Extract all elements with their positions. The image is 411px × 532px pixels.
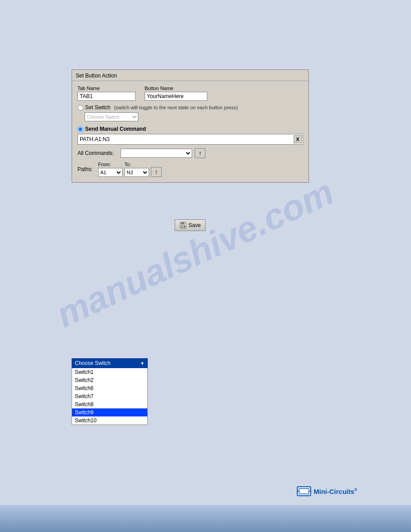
- logo-text: Mini-Circuits®: [314, 488, 357, 495]
- send-manual-label[interactable]: Send Manual Command: [85, 126, 146, 132]
- paths-arrow-icon: ↑: [155, 168, 158, 176]
- list-item[interactable]: Switch6: [72, 384, 147, 392]
- tab-name-group: Tab Name: [77, 86, 136, 101]
- logo-icon: [297, 486, 311, 496]
- tab-name-label: Tab Name: [77, 86, 136, 91]
- dialog-title: Set Button Action: [72, 70, 308, 81]
- from-label: From:: [98, 162, 123, 167]
- bottom-bar: [0, 505, 411, 532]
- dropdown-list: Switch1 Switch2 Switch6 Switch7 Switch8 …: [72, 368, 148, 425]
- paths-row: Paths: From: A1 To: N3 ↑: [77, 162, 303, 177]
- list-item[interactable]: Switch7: [72, 392, 147, 400]
- to-col: To: N3: [124, 162, 149, 177]
- name-fields-row: Tab Name Button Name: [77, 86, 303, 101]
- command-input[interactable]: [80, 136, 294, 142]
- button-name-label: Button Name: [145, 86, 207, 91]
- dropdown-header[interactable]: Choose Switch ▼: [72, 358, 148, 368]
- tab-name-input[interactable]: [77, 92, 136, 101]
- save-label: Save: [188, 222, 201, 228]
- set-switch-label[interactable]: Set Switch: [85, 104, 111, 111]
- paths-label: Paths:: [77, 166, 95, 172]
- svg-rect-1: [181, 222, 184, 224]
- set-switch-radio[interactable]: [77, 105, 83, 111]
- paths-inner: From: A1 To: N3 ↑: [98, 162, 162, 177]
- button-name-group: Button Name: [145, 86, 207, 101]
- from-col: From: A1: [98, 162, 123, 177]
- insert-arrow-icon: ↑: [199, 150, 202, 157]
- from-select[interactable]: A1: [98, 168, 123, 177]
- clear-command-button[interactable]: X: [294, 135, 302, 143]
- dropdown-arrow-icon: ▼: [140, 361, 145, 366]
- dropdown-header-text: Choose Switch: [75, 360, 140, 366]
- list-item[interactable]: Switch10: [72, 416, 147, 425]
- all-commands-select[interactable]: [120, 149, 192, 158]
- all-commands-insert-button[interactable]: ↑: [195, 148, 206, 158]
- command-input-row: X: [77, 134, 303, 145]
- save-icon: [180, 222, 187, 229]
- button-name-input[interactable]: [145, 92, 207, 101]
- all-commands-label: All Commands:: [77, 150, 118, 156]
- choose-switch-select[interactable]: Choose Switch: [85, 112, 138, 121]
- set-switch-subtext: (switch will toggle to the next state on…: [114, 105, 238, 110]
- all-commands-row: All Commands: ↑: [77, 148, 303, 158]
- choose-switch-dropdown: Choose Switch ▼ Switch1 Switch2 Switch6 …: [72, 358, 148, 425]
- watermark: manualshive.com: [50, 171, 340, 335]
- logo-container: Mini-Circuits®: [297, 486, 357, 496]
- list-item[interactable]: Switch8: [72, 400, 147, 408]
- svg-rect-3: [182, 226, 184, 227]
- set-button-action-dialog: Set Button Action Tab Name Button Name S…: [72, 69, 309, 183]
- send-manual-radio-row: Send Manual Command: [77, 126, 303, 132]
- save-btn-container: Save: [175, 219, 206, 231]
- choose-switch-row: Choose Switch: [85, 112, 303, 121]
- to-label: To:: [124, 162, 149, 167]
- list-item-selected[interactable]: Switch9: [72, 408, 147, 416]
- send-manual-radio[interactable]: [77, 126, 83, 132]
- list-item[interactable]: Switch2: [72, 376, 147, 384]
- list-item[interactable]: Switch1: [72, 368, 147, 376]
- to-select[interactable]: N3: [124, 168, 149, 177]
- set-switch-radio-row: Set Switch (switch will toggle to the ne…: [77, 104, 303, 111]
- save-button[interactable]: Save: [175, 219, 206, 231]
- paths-insert-button[interactable]: ↑: [151, 167, 162, 177]
